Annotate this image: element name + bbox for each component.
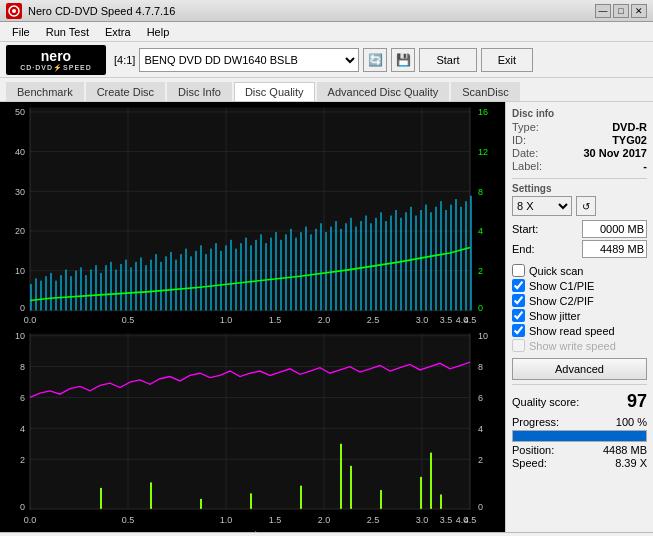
- svg-text:20: 20: [15, 225, 25, 237]
- tab-benchmark[interactable]: Benchmark: [6, 82, 84, 101]
- svg-rect-114: [460, 207, 462, 311]
- end-input[interactable]: [582, 240, 647, 258]
- menu-extra[interactable]: Extra: [97, 24, 139, 40]
- show-read-speed-checkbox[interactable]: [512, 324, 525, 337]
- position-value: 4488 MB: [603, 444, 647, 456]
- svg-rect-62: [200, 245, 202, 310]
- app-icon: [6, 3, 22, 19]
- svg-rect-109: [435, 207, 437, 311]
- drive-label: [4:1]: [114, 54, 135, 66]
- svg-rect-61: [195, 251, 197, 311]
- svg-text:0: 0: [478, 501, 483, 513]
- tab-create-disc[interactable]: Create Disc: [86, 82, 165, 101]
- svg-rect-158: [350, 466, 352, 509]
- settings-refresh-btn[interactable]: ↺: [576, 196, 596, 216]
- progress-label: Progress:: [512, 416, 559, 428]
- svg-text:0.0: 0.0: [24, 514, 37, 526]
- svg-rect-161: [430, 453, 432, 509]
- svg-rect-30: [40, 281, 42, 311]
- svg-rect-95: [365, 216, 367, 311]
- menu-file[interactable]: File: [4, 24, 38, 40]
- menu-help[interactable]: Help: [139, 24, 178, 40]
- svg-rect-57: [175, 260, 177, 311]
- start-input[interactable]: [582, 220, 647, 238]
- svg-rect-60: [190, 256, 192, 310]
- svg-rect-74: [260, 234, 262, 310]
- advanced-button[interactable]: Advanced: [512, 358, 647, 380]
- tab-advanced-disc-quality[interactable]: Advanced Disc Quality: [317, 82, 450, 101]
- save-button[interactable]: 💾: [391, 48, 415, 72]
- start-button[interactable]: Start: [419, 48, 476, 72]
- svg-text:10: 10: [15, 330, 25, 342]
- svg-rect-64: [210, 249, 212, 311]
- svg-text:0: 0: [478, 302, 483, 314]
- show-c1-pie-checkbox[interactable]: [512, 279, 525, 292]
- maximize-button[interactable]: □: [613, 4, 629, 18]
- tab-disc-quality[interactable]: Disc Quality: [234, 82, 315, 101]
- show-write-speed-label: Show write speed: [529, 340, 616, 352]
- svg-rect-90: [340, 229, 342, 311]
- svg-text:6: 6: [20, 391, 25, 403]
- show-jitter-label: Show jitter: [529, 310, 580, 322]
- svg-rect-59: [185, 249, 187, 311]
- disc-label-label: Label:: [512, 160, 542, 172]
- show-jitter-checkbox[interactable]: [512, 309, 525, 322]
- svg-rect-105: [415, 216, 417, 311]
- id-label: ID:: [512, 134, 526, 146]
- svg-text:40: 40: [15, 145, 25, 157]
- svg-text:30: 30: [15, 185, 25, 197]
- minimize-button[interactable]: —: [595, 4, 611, 18]
- svg-rect-92: [350, 218, 352, 311]
- chart-svg: 50 40 30 20 10 0 16 12 8 4 2 0: [0, 102, 505, 532]
- svg-rect-67: [225, 245, 227, 310]
- quality-score-label: Quality score:: [512, 396, 579, 408]
- end-label: End:: [512, 243, 547, 255]
- svg-text:1.0: 1.0: [220, 313, 233, 325]
- close-button[interactable]: ✕: [631, 4, 647, 18]
- svg-rect-102: [400, 218, 402, 311]
- svg-text:8: 8: [478, 360, 483, 372]
- svg-text:0.0: 0.0: [24, 313, 37, 325]
- show-write-speed-checkbox: [512, 339, 525, 352]
- progress-value: 100 %: [616, 416, 647, 428]
- refresh-button[interactable]: 🔄: [363, 48, 387, 72]
- tab-disc-info[interactable]: Disc Info: [167, 82, 232, 101]
- menu-run-test[interactable]: Run Test: [38, 24, 97, 40]
- svg-rect-56: [170, 252, 172, 310]
- date-value: 30 Nov 2017: [583, 147, 647, 159]
- progress-section: Progress: 100 % Position: 4488 MB Speed:…: [512, 416, 647, 469]
- svg-rect-156: [300, 486, 302, 509]
- title-bar-title: Nero CD-DVD Speed 4.7.7.16: [28, 5, 175, 17]
- main-content: 50 40 30 20 10 0 16 12 8 4 2 0: [0, 102, 653, 532]
- svg-text:3.0: 3.0: [416, 313, 429, 325]
- exit-button[interactable]: Exit: [481, 48, 533, 72]
- svg-text:2: 2: [478, 453, 483, 465]
- svg-rect-78: [280, 240, 282, 311]
- drive-select[interactable]: BENQ DVD DD DW1640 BSLB: [139, 48, 359, 72]
- svg-text:2.0: 2.0: [318, 313, 331, 325]
- bottom-stats-bar: PI Errors Average: 4.61 Maximum: 22 Tota…: [0, 532, 653, 536]
- quick-scan-checkbox[interactable]: [512, 264, 525, 277]
- svg-rect-155: [250, 493, 252, 508]
- svg-rect-47: [125, 260, 127, 311]
- svg-rect-88: [330, 227, 332, 311]
- quality-score-row: Quality score: 97: [512, 391, 647, 412]
- type-label: Type:: [512, 121, 539, 133]
- svg-text:3.5: 3.5: [440, 514, 453, 526]
- svg-text:2.0: 2.0: [318, 514, 331, 526]
- svg-rect-40: [90, 270, 92, 311]
- show-c2-pif-checkbox[interactable]: [512, 294, 525, 307]
- progress-bar-fill: [513, 431, 646, 441]
- menu-bar: File Run Test Extra Help: [0, 22, 653, 42]
- svg-rect-44: [110, 262, 112, 311]
- svg-text:3.0: 3.0: [416, 514, 429, 526]
- speed-select[interactable]: 8 X4 X2 X1 XMax: [512, 196, 572, 216]
- svg-text:16: 16: [478, 106, 488, 118]
- svg-text:1.5: 1.5: [269, 313, 282, 325]
- svg-rect-38: [80, 267, 82, 310]
- svg-rect-46: [120, 264, 122, 310]
- svg-rect-101: [395, 210, 397, 310]
- show-c1-pie-label: Show C1/PIE: [529, 280, 594, 292]
- svg-rect-162: [440, 495, 442, 509]
- tab-scan-disc[interactable]: ScanDisc: [451, 82, 519, 101]
